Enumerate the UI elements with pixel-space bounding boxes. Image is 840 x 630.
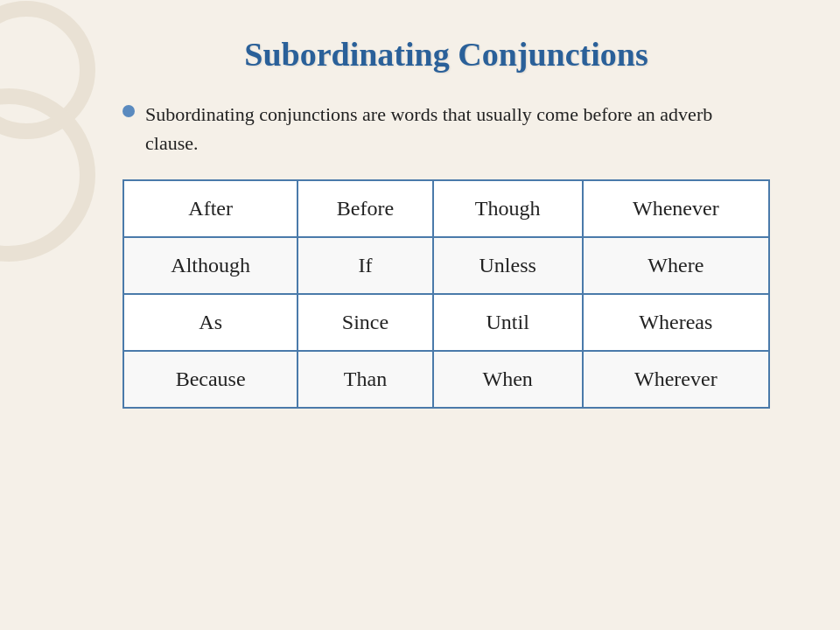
table-cell: Though (433, 180, 583, 237)
bullet-section: Subordinating conjunctions are words tha… (122, 100, 770, 158)
table-cell: If (298, 237, 432, 294)
table-row: BecauseThanWhenWherever (123, 351, 769, 408)
table-cell: Wherever (583, 351, 769, 408)
bullet-icon (122, 105, 135, 117)
table-cell: Because (123, 351, 298, 408)
table-cell: Since (298, 294, 432, 351)
table-cell: As (123, 294, 298, 351)
table-cell: Until (433, 294, 583, 351)
table-cell: Unless (433, 237, 583, 294)
table-row: AsSinceUntilWhereas (123, 294, 769, 351)
table-cell: Whenever (583, 180, 769, 237)
conjunctions-table: AfterBeforeThoughWheneverAlthoughIfUnles… (122, 179, 770, 409)
bullet-text: Subordinating conjunctions are words tha… (145, 100, 770, 158)
page-title: Subordinating Conjunctions (244, 35, 648, 74)
table-cell: After (123, 180, 298, 237)
table-row: AfterBeforeThoughWhenever (123, 180, 769, 237)
table-cell: Although (123, 237, 298, 294)
table-cell: Than (298, 351, 432, 408)
table-cell: Whereas (583, 294, 769, 351)
conjunctions-table-wrapper: AfterBeforeThoughWheneverAlthoughIfUnles… (122, 179, 770, 409)
table-cell: Where (583, 237, 769, 294)
table-cell: Before (298, 180, 432, 237)
table-cell: When (433, 351, 583, 408)
table-row: AlthoughIfUnlessWhere (123, 237, 769, 294)
